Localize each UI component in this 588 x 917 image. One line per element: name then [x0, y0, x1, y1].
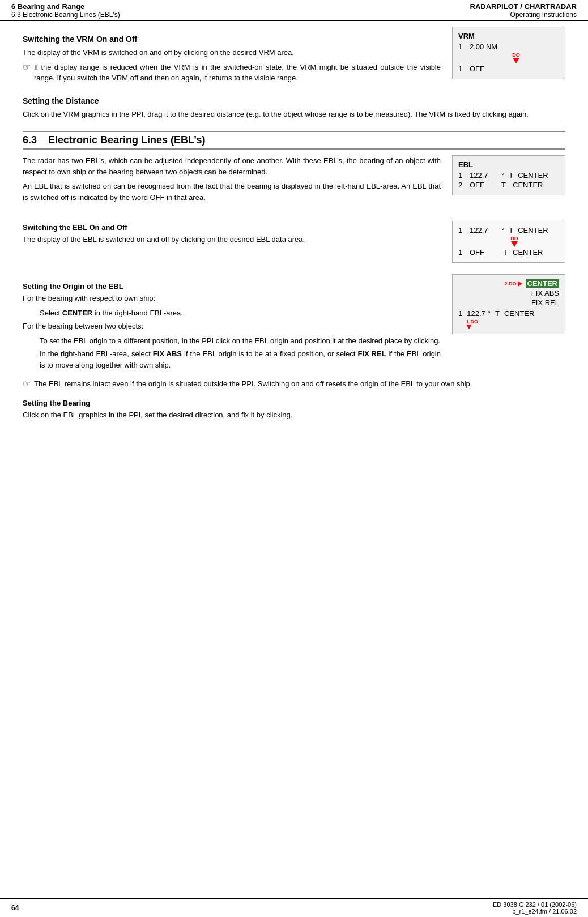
ebl-row2-val: OFF	[470, 181, 499, 189]
ebl-origin-indent2: In the right-hand EBL-area, select FIX A…	[40, 348, 441, 370]
origin-ebl-row: 1 122.7 ° T CENTER	[458, 309, 559, 318]
ebl-intro-para1: The radar has two EBL’s, which can be ad…	[23, 155, 441, 177]
vrm-row1: 1 2.00 NM	[458, 42, 559, 51]
ebl-section: 6.3 Electronic Bearing Lines (EBL’s) The…	[23, 131, 565, 421]
page-header: 6 Bearing and Range 6.3 Electronic Beari…	[0, 0, 588, 21]
ebl-origin-para1-pre: For the bearing with respect to own ship…	[23, 293, 441, 304]
ebl-row1-val: 122.7	[470, 171, 499, 180]
vrm-row2-num: 1	[458, 65, 467, 73]
ebl-sw-row2-num: 1	[458, 248, 467, 257]
ebl-sw-row1-t: T	[506, 226, 515, 234]
ebl-sw-arrow-down-icon	[511, 241, 518, 247]
ebl-switch-box-container: 1 122.7 ° T CENTER DO 1 OFF	[452, 215, 565, 263]
ebl-sw-row1-origin: CENTER	[518, 226, 548, 234]
ebl-sw-row1: 1 122.7 ° T CENTER	[458, 226, 559, 234]
ebl-sw-row2-t: T	[501, 248, 510, 257]
ebl-intro: The radar has two EBL’s, which can be ad…	[23, 155, 565, 206]
origin-row-num: 1	[458, 309, 462, 318]
origin-arrow2-label: 1.DO	[466, 319, 478, 325]
main-content: Switching the VRM On and Off The display…	[0, 21, 588, 466]
bearing-title: Setting the Bearing	[23, 399, 565, 407]
origin-row-origin: CENTER	[504, 309, 534, 318]
ebl-box-label: EBL	[458, 160, 559, 169]
distance-section: Setting the Distance Click on the VRM gr…	[23, 96, 565, 120]
ebl-origin-para1-indent: Select CENTER in the right-hand EBL-area…	[40, 308, 441, 319]
origin-arrow-down-icon	[466, 325, 472, 329]
ebl-origin-text: Setting the Origin of the EBL For the be…	[23, 274, 441, 373]
origin-arrow-label: 2.DO	[505, 281, 517, 287]
ebl-row1: 1 122.7 ° T CENTER	[458, 171, 559, 180]
ebl-sw-arrow: DO	[470, 236, 559, 247]
ebl-intro-para2: An EBL that is switched on can be recogn…	[23, 181, 441, 203]
vrm-arrow-down-icon	[513, 58, 519, 63]
ebl-sw-row2-origin: CENTER	[513, 248, 543, 257]
ebl-row2-t: T	[501, 181, 510, 189]
ebl-origin-section: Setting the Origin of the EBL For the be…	[23, 274, 565, 373]
ebl-section-header: 6.3 Electronic Bearing Lines (EBL’s)	[23, 131, 565, 150]
ebl-row2-origin: CENTER	[513, 181, 543, 189]
note-icon: ☞	[23, 61, 31, 84]
ebl-switch-ui-box: 1 122.7 ° T CENTER DO 1 OFF	[452, 221, 565, 263]
ebl-sw-row2: 1 OFF T CENTER	[458, 248, 559, 257]
vrm-side-box: VRM 1 2.00 NM DO 1 OFF	[452, 27, 565, 79]
origin-center-label: CENTER	[526, 279, 559, 288]
vrm-ui-box: VRM 1 2.00 NM DO 1 OFF	[452, 27, 565, 79]
ebl-sw-row1-num: 1	[458, 226, 467, 234]
page-number: 64	[11, 904, 19, 912]
vrm-arrow-label: DO	[512, 52, 520, 58]
distance-para: Click on the VRM graphics in the PPI, dr…	[23, 109, 565, 120]
product-name: RADARPILOT / CHARTRADAR	[470, 2, 577, 11]
ebl-sw-row1-deg: °	[501, 226, 504, 234]
vrm-row2: 1 OFF	[458, 65, 559, 73]
ebl-switch-text: Switching the EBL On and Off The display…	[23, 215, 441, 249]
ebl-switch-para: The display of the EBL is switched on an…	[23, 234, 441, 245]
vrm-row2-val: OFF	[470, 65, 509, 73]
vrm-main-text: Switching the VRM On and Off The display…	[23, 27, 441, 88]
origin-row-deg: °	[488, 309, 491, 318]
section-title: 6.3 Electronic Bearing Lines (EBL's)	[11, 11, 120, 19]
footer-filename: b_r1_e24.fm / 21.06.02	[493, 908, 577, 915]
distance-title: Setting the Distance	[23, 96, 565, 105]
page-footer: 64 ED 3038 G 232 / 01 (2002-06) b_r1_e24…	[0, 898, 588, 917]
ebl-origin-box-container: 2.DO CENTER FIX ABS FIX REL	[452, 274, 565, 334]
chapter-title: 6 Bearing and Range	[11, 2, 120, 11]
ebl-sw-arrow-label: DO	[510, 236, 518, 241]
vrm-label: VRM	[458, 32, 559, 40]
ebl-origin-title: Setting the Origin of the EBL	[23, 282, 441, 291]
vrm-para1: The display of the VRM is switched on an…	[23, 47, 441, 58]
ebl-section-number: 6.3	[23, 134, 37, 146]
ebl-side-box: EBL 1 122.7 ° T CENTER 2 OFF T CENT	[452, 155, 565, 195]
ebl-origin-para2-pre: For the bearing between two objects:	[23, 321, 441, 332]
ebl-origin-indent1: To set the EBL origin to a different pos…	[40, 335, 441, 347]
ebl-origin-note: ☞ The EBL remains intact even if the ori…	[23, 378, 565, 391]
ebl-origin-ui-box: 2.DO CENTER FIX ABS FIX REL	[452, 274, 565, 334]
ebl-row1-t: T	[506, 171, 515, 180]
vrm-row1-val: 2.00 NM	[470, 42, 509, 51]
product-subtitle: Operating Instructions	[470, 11, 577, 19]
footer-right: ED 3038 G 232 / 01 (2002-06) b_r1_e24.fm…	[493, 901, 577, 915]
ebl-sw-row2-val: OFF	[470, 248, 499, 257]
ebl-row1-num: 1	[458, 171, 467, 180]
ebl-row1-deg: °	[501, 171, 504, 180]
note-text: If the display range is reduced when the…	[34, 62, 441, 84]
bearing-section: Setting the Bearing Click on the EBL gra…	[23, 399, 565, 421]
ebl-row1-origin: CENTER	[518, 171, 548, 180]
origin-row-val: 122.7	[467, 309, 485, 318]
vrm-arrow: DO	[473, 52, 559, 63]
vrm-switch-title: Switching the VRM On and Off	[23, 35, 441, 44]
ebl-row2: 2 OFF T CENTER	[458, 181, 559, 189]
origin-arrow-right-icon	[518, 281, 522, 287]
vrm-row1-num: 1	[458, 42, 467, 51]
bearing-para: Click on the EBL graphics in the PPI, se…	[23, 410, 565, 421]
ebl-sw-row1-val: 122.7	[470, 226, 499, 234]
ebl-switch-section: Switching the EBL On and Off The display…	[23, 215, 565, 263]
header-left: 6 Bearing and Range 6.3 Electronic Beari…	[11, 2, 120, 19]
origin-row-t: T	[495, 309, 500, 318]
origin-note-text: The EBL remains intact even if the origi…	[34, 378, 565, 391]
header-right: RADARPILOT / CHARTRADAR Operating Instru…	[470, 2, 577, 19]
footer-edition: ED 3038 G 232 / 01 (2002-06)	[493, 901, 577, 908]
vrm-section: Switching the VRM On and Off The display…	[23, 27, 565, 88]
ebl-section-title: Electronic Bearing Lines (EBL’s)	[48, 134, 205, 146]
ebl-ui-box: EBL 1 122.7 ° T CENTER 2 OFF T CENT	[452, 155, 565, 195]
origin-arrow-down: 1.DO	[466, 319, 559, 329]
